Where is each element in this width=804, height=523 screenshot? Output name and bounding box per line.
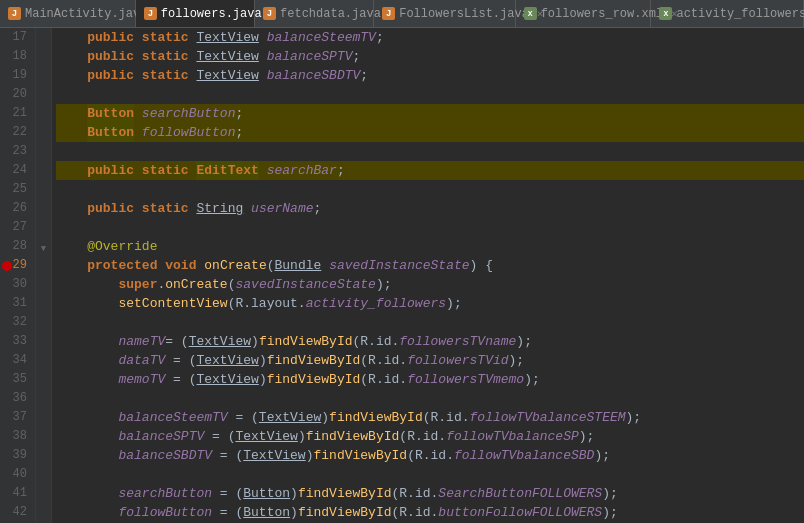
tab-activity-followers-xml[interactable]: X activity_followers.x ✕ — [651, 0, 804, 27]
gutter-43 — [36, 487, 51, 505]
gutter-24 — [36, 152, 51, 170]
line-num-41: 41 — [4, 484, 27, 503]
line-num-22: 22 — [4, 123, 27, 142]
gutter-31 — [36, 275, 51, 293]
line-num-23: 23 — [4, 142, 27, 161]
gutter-41 — [36, 452, 51, 470]
gutter-35 — [36, 346, 51, 364]
line-num-30: 30 — [4, 275, 27, 294]
code-line-18: public static TextView balanceSPTV; — [56, 47, 804, 66]
code-line-33: nameTV= (TextView)findViewById(R.id.foll… — [56, 332, 804, 351]
line-num-39: 39 — [4, 446, 27, 465]
tab-fetchdata[interactable]: J fetchdata.java ✕ — [255, 0, 374, 27]
gutter-36 — [36, 364, 51, 382]
code-line-36 — [56, 389, 804, 408]
tab-label: fetchdata.java — [280, 7, 381, 21]
gutter-21 — [36, 99, 51, 117]
tab-bar: J MainActivity.java ✕ J followers.java ✕… — [0, 0, 804, 28]
code-line-41: searchButton = (Button)findViewById(R.id… — [56, 484, 804, 503]
tab-followers-list[interactable]: J FollowersList.java ✕ — [374, 0, 515, 27]
line-num-35: 35 — [4, 370, 27, 389]
code-line-17: public static TextView balanceSteemTV; — [56, 28, 804, 47]
code-line-31: setContentView(R.layout.activity_followe… — [56, 294, 804, 313]
code-line-39: balanceSBDTV = (TextView)findViewById(R.… — [56, 446, 804, 465]
line-num-19: 19 — [4, 66, 27, 85]
tab-label: activity_followers.x — [676, 7, 804, 21]
line-num-38: 38 — [4, 427, 27, 446]
gutter-26 — [36, 187, 51, 205]
gutter-29[interactable]: ▼ — [36, 240, 51, 258]
gutter-17 — [36, 28, 51, 46]
gutter-32 — [36, 293, 51, 311]
code-line-25 — [56, 180, 804, 199]
code-line-28: @Override — [56, 237, 804, 256]
gutter-23 — [36, 134, 51, 152]
java-icon: J — [144, 7, 157, 20]
line-num-32: 32 — [4, 313, 27, 332]
tab-main-activity[interactable]: J MainActivity.java ✕ — [0, 0, 136, 27]
line-num-21: 21 — [4, 104, 27, 123]
gutter: ▼ — [36, 28, 52, 523]
line-num-26: 26 — [4, 199, 27, 218]
line-num-33: 33 — [4, 332, 27, 351]
code-line-24: public static EditText searchBar; — [56, 161, 804, 180]
line-num-27: 27 — [4, 218, 27, 237]
code-line-34: dataTV = (TextView)findViewById(R.id.fol… — [56, 351, 804, 370]
code-line-22: Button followButton; — [56, 123, 804, 142]
code-line-21: Button searchButton; — [56, 104, 804, 123]
gutter-18 — [36, 46, 51, 64]
gutter-40 — [36, 434, 51, 452]
fold-arrow-icon[interactable]: ▼ — [41, 244, 46, 254]
gutter-20 — [36, 81, 51, 99]
line-num-36: 36 — [4, 389, 27, 408]
line-num-28: 28 — [4, 237, 27, 256]
line-num-17: 17 — [4, 28, 27, 47]
line-numbers: 17 18 19 20 21 22 23 24 25 26 27 28 29 3… — [0, 28, 36, 523]
java-icon: J — [382, 7, 395, 20]
code-line-35: memoTV = (TextView)findViewById(R.id.fol… — [56, 370, 804, 389]
line-num-42: 42 — [4, 503, 27, 522]
gutter-39 — [36, 417, 51, 435]
code-line-38: balanceSPTV = (TextView)findViewById(R.i… — [56, 427, 804, 446]
line-num-37: 37 — [4, 408, 27, 427]
gutter-37 — [36, 381, 51, 399]
java-icon: J — [8, 7, 21, 20]
code-line-32 — [56, 313, 804, 332]
line-num-31: 31 — [4, 294, 27, 313]
code-line-30: super.onCreate(savedInstanceState); — [56, 275, 804, 294]
gutter-44 — [36, 505, 51, 523]
tab-label: FollowersList.java — [399, 7, 529, 21]
tab-label: followers_row.xml — [541, 7, 663, 21]
tab-followers-row-xml[interactable]: X followers_row.xml ✕ — [516, 0, 652, 27]
code-line-42: followButton = (Button)findViewById(R.id… — [56, 503, 804, 522]
tab-label: MainActivity.java — [25, 7, 147, 21]
gutter-30 — [36, 258, 51, 276]
code-line-20 — [56, 85, 804, 104]
code-line-27 — [56, 218, 804, 237]
line-num-34: 34 — [4, 351, 27, 370]
xml-icon: X — [659, 7, 672, 20]
gutter-27 — [36, 205, 51, 223]
java-icon: J — [263, 7, 276, 20]
line-num-18: 18 — [4, 47, 27, 66]
code-line-26: public static String userName; — [56, 199, 804, 218]
code-content[interactable]: public static TextView balanceSteemTV; p… — [52, 28, 804, 523]
line-num-20: 20 — [4, 85, 27, 104]
gutter-19 — [36, 63, 51, 81]
code-line-40 — [56, 465, 804, 484]
code-area: 17 18 19 20 21 22 23 24 25 26 27 28 29 3… — [0, 28, 804, 523]
gutter-38 — [36, 399, 51, 417]
gutter-33 — [36, 311, 51, 329]
code-line-19: public static TextView balanceSBDTV; — [56, 66, 804, 85]
gutter-25 — [36, 169, 51, 187]
gutter-34 — [36, 328, 51, 346]
tab-label: followers.java — [161, 7, 262, 21]
gutter-42 — [36, 470, 51, 488]
line-num-25: 25 — [4, 180, 27, 199]
tab-followers[interactable]: J followers.java ✕ — [136, 0, 255, 27]
line-num-24: 24 — [4, 161, 27, 180]
code-line-23 — [56, 142, 804, 161]
code-line-29: protected void onCreate(Bundle savedInst… — [56, 256, 804, 275]
line-num-29: 29 — [4, 256, 27, 275]
xml-icon: X — [524, 7, 537, 20]
